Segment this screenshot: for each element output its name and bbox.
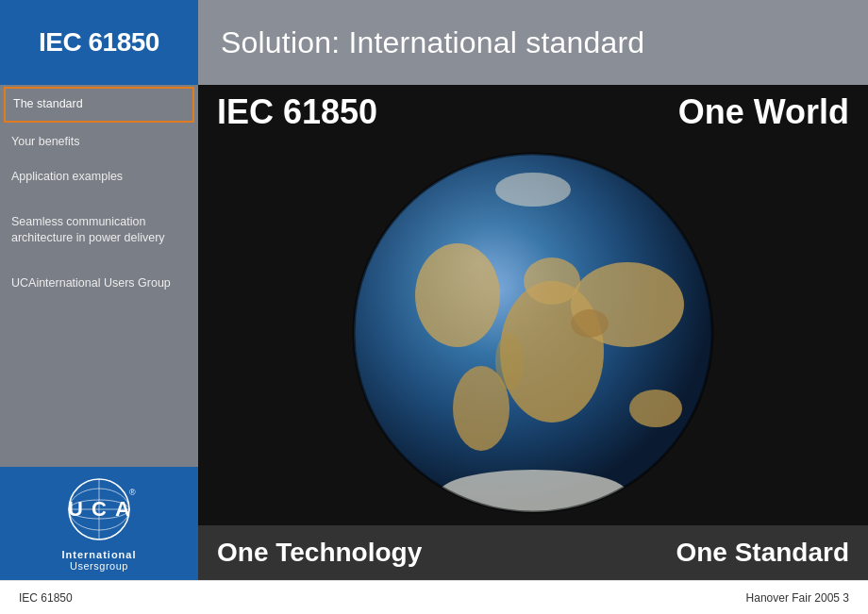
content-title: IEC 61850	[217, 92, 377, 132]
bottom-left-label: One Technology	[217, 538, 422, 568]
svg-text:C: C	[92, 497, 107, 521]
header: IEC 61850 Solution: International standa…	[0, 0, 868, 85]
footer: IEC 61850 Hanover Fair 2005 3	[0, 580, 868, 614]
header-title: Solution: International standard	[221, 25, 644, 60]
sidebar-logo: U C A ® International Usersgroup	[0, 467, 198, 580]
page-layout: IEC 61850 Solution: International standa…	[0, 0, 868, 614]
sidebar: The standard Your benefits Application e…	[0, 85, 198, 580]
uca-line2: Usersgroup	[61, 560, 136, 572]
content-panel: IEC 61850 One World	[198, 85, 868, 580]
header-logo-block: IEC 61850	[0, 0, 198, 85]
header-logo: IEC 61850	[39, 27, 159, 58]
svg-text:A: A	[115, 497, 130, 521]
sidebar-item-your-benefits[interactable]: Your benefits	[0, 124, 198, 160]
globe-area	[198, 140, 868, 525]
header-title-block: Solution: International standard	[198, 0, 868, 85]
bottom-right-label: One Standard	[676, 538, 849, 568]
svg-text:®: ®	[129, 488, 136, 497]
globe-svg	[335, 140, 731, 525]
footer-right: Hanover Fair 2005 3	[746, 591, 849, 605]
sidebar-item-seamless-communication[interactable]: Seamless communication architecture in p…	[0, 205, 198, 257]
uca-logo-svg: U C A ®	[57, 476, 142, 547]
sidebar-item-application-examples[interactable]: Application examples	[0, 159, 198, 195]
svg-text:U: U	[68, 497, 83, 521]
footer-left: IEC 61850	[19, 591, 73, 605]
uca-text-block: International Usersgroup	[61, 549, 136, 572]
sidebar-nav: The standard Your benefits Application e…	[0, 85, 198, 467]
uca-line1: International	[61, 549, 136, 560]
sidebar-item-the-standard[interactable]: The standard	[4, 87, 194, 123]
svg-point-21	[354, 154, 712, 512]
sidebar-item-uca-international[interactable]: UCAinternational Users Group	[0, 266, 198, 302]
content-top-right: One World	[678, 92, 849, 132]
globe-svg-container	[335, 140, 731, 525]
main-area: The standard Your benefits Application e…	[0, 85, 868, 580]
uca-logo-area: U C A ® International Usersgroup	[0, 467, 198, 580]
bottom-banner: One Technology One Standard	[198, 525, 868, 580]
content-top-bar: IEC 61850 One World	[198, 85, 868, 140]
